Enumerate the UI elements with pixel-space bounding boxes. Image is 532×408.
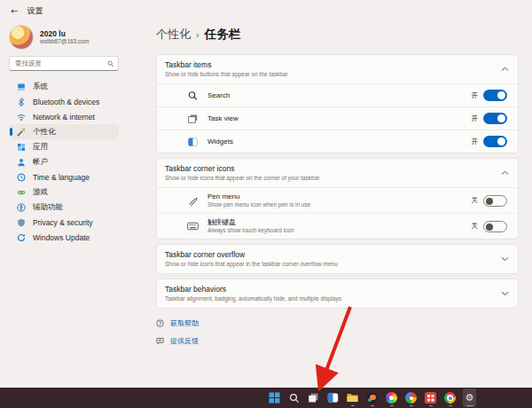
setting-label: 触摸键盘 [207, 218, 294, 227]
section-subtitle: Taskbar alignment, badging, automaticall… [165, 295, 494, 302]
running-indicator [390, 405, 394, 407]
sidebar-item-apps[interactable]: 应用 [9, 139, 119, 154]
section-taskbar-items: Taskbar items Show or hide buttons that … [156, 54, 519, 153]
bluetooth-icon [17, 98, 26, 106]
chevron-down-icon[interactable] [501, 291, 509, 296]
feedback-icon [156, 337, 164, 345]
taskbar-icons: ⚙ [268, 388, 476, 408]
setting-row-search: Search 开 [157, 83, 518, 106]
toggle-state-label: 开 [472, 137, 479, 146]
gear-icon: ⚙ [466, 393, 474, 403]
setting-row-widgets: Widgets 开 [157, 129, 518, 153]
section-taskbar-corner-icons-header[interactable]: Taskbar corner icons Show or hide icons … [157, 159, 518, 187]
search-input[interactable] [13, 59, 107, 68]
section-taskbar-corner-overflow-header[interactable]: Taskbar corner overflow Show or hide ico… [157, 245, 518, 273]
breadcrumb: 个性化 › 任务栏 [156, 27, 519, 43]
feedback-label: 提供反馈 [170, 336, 199, 346]
windows-start-icon[interactable] [268, 388, 281, 407]
search-toggle[interactable] [483, 90, 507, 101]
chevron-up-icon[interactable] [501, 67, 509, 72]
settings-taskbar-icon[interactable]: ⚙ [463, 388, 476, 407]
touch-keyboard-icon [187, 221, 199, 231]
breadcrumb-parent[interactable]: 个性化 [156, 27, 191, 43]
sidebar-item-label: 应用 [33, 142, 48, 153]
setting-label: Task view [207, 114, 239, 123]
touch-keyboard-toggle[interactable] [483, 221, 507, 232]
accounts-icon [17, 158, 26, 167]
chevron-down-icon[interactable] [501, 256, 509, 262]
running-indicator [410, 405, 413, 407]
pen-menu-toggle[interactable] [483, 195, 507, 207]
active-window-indicator [466, 405, 473, 407]
system-icon [17, 82, 26, 91]
sidebar-item-windows-update[interactable]: Windows Update [9, 230, 119, 245]
sidebar-item-label: 个性化 [33, 127, 56, 137]
section-taskbar-items-header[interactable]: Taskbar items Show or hide buttons that … [157, 55, 518, 83]
setting-sublabel: Show pen menu icon when pen is in use [207, 201, 310, 208]
app-grid-red-icon[interactable] [424, 388, 437, 407]
section-subtitle: Show or hide icons that appear on the co… [165, 175, 494, 182]
main-content: 个性化 › 任务栏 Taskbar items Show or hide but… [156, 27, 519, 354]
user-profile[interactable]: 2020 lu wslbb87@163.com [9, 25, 119, 50]
get-help-label: 获取帮助 [170, 318, 199, 328]
setting-row-pen-menu: Pen menu Show pen menu icon when pen is … [157, 187, 518, 213]
chrome-icon[interactable] [443, 388, 457, 407]
page-title: 任务栏 [205, 27, 241, 43]
sidebar-item-label: 游戏 [33, 187, 48, 198]
setting-row-touch-keyboard: 触摸键盘 Always show touch keyboard icon 关 [157, 213, 518, 239]
accessibility-icon [17, 203, 26, 212]
selected-indicator [10, 128, 12, 136]
task-view-toggle[interactable] [483, 113, 507, 124]
sidebar-item-label: Time & language [33, 173, 90, 182]
sidebar: 2020 lu wslbb87@163.com 系统 Bluetooth & d… [9, 25, 119, 245]
sidebar-item-privacy-security[interactable]: Privacy & security [9, 215, 119, 230]
section-subtitle: Show or hide buttons that appear on the … [165, 71, 494, 78]
photos-icon[interactable] [404, 388, 418, 407]
avatar [9, 25, 34, 50]
setting-label: Widgets [207, 137, 233, 146]
sidebar-nav: 系统 Bluetooth & devices Network & interne… [9, 79, 119, 245]
sidebar-item-system[interactable]: 系统 [9, 79, 119, 94]
section-taskbar-behaviors: Taskbar behaviors Taskbar alignment, bad… [156, 279, 519, 309]
taskbar: ⚙ [0, 388, 532, 408]
network-icon [17, 113, 26, 122]
sidebar-item-gaming[interactable]: 游戏 [9, 184, 119, 200]
toggle-state-label: 关 [472, 222, 479, 231]
sidebar-item-bluetooth-devices[interactable]: Bluetooth & devices [9, 94, 119, 109]
widgets-taskbar-icon[interactable] [326, 388, 340, 407]
chevron-up-icon[interactable] [501, 170, 509, 176]
back-icon[interactable]: ← [11, 6, 18, 16]
setting-label: Pen menu [207, 192, 310, 201]
section-title: Taskbar corner overflow [165, 250, 494, 260]
sidebar-item-network-internet[interactable]: Network & internet [9, 109, 119, 124]
section-title: Taskbar corner icons [165, 164, 494, 174]
section-taskbar-behaviors-header[interactable]: Taskbar behaviors Taskbar alignment, bad… [157, 279, 518, 308]
file-explorer-icon[interactable] [346, 388, 359, 407]
sidebar-item-accounts[interactable]: 帐户 [9, 154, 119, 169]
gaming-icon [17, 188, 26, 197]
get-help-link[interactable]: 获取帮助 [156, 318, 199, 328]
time-language-icon [17, 173, 26, 182]
running-indicator [351, 405, 355, 407]
feedback-link[interactable]: 提供反馈 [156, 336, 199, 346]
color-wheel-icon[interactable] [385, 388, 398, 407]
toggle-state-label: 开 [472, 114, 479, 123]
sidebar-item-label: 系统 [33, 82, 48, 92]
search-box[interactable] [9, 56, 119, 71]
media-app-icon[interactable] [365, 388, 379, 407]
toggle-state-label: 开 [472, 91, 479, 100]
windows-update-icon [17, 233, 26, 242]
apps-icon [17, 143, 26, 152]
sidebar-item-label: Network & internet [33, 113, 95, 122]
settings-window: ← 设置 2020 lu wslbb87@163.com 系统 Bluetoot… [0, 0, 532, 388]
taskbar-search-icon[interactable] [287, 388, 301, 407]
section-taskbar-corner-icons: Taskbar corner icons Show or hide icons … [156, 158, 519, 239]
task-view-taskbar-icon[interactable] [307, 388, 320, 407]
sidebar-item-time-language[interactable]: Time & language [9, 169, 119, 184]
window-title: 设置 [27, 5, 43, 17]
toggle-state-label: 关 [472, 196, 479, 205]
sidebar-item-accessibility[interactable]: 辅助功能 [9, 200, 119, 215]
sidebar-item-personalization[interactable]: 个性化 [9, 124, 119, 139]
running-indicator [449, 405, 452, 407]
widgets-toggle[interactable] [483, 136, 507, 147]
